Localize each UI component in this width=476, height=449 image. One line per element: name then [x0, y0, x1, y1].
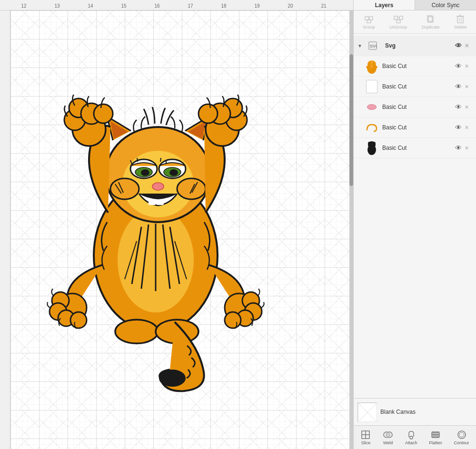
blank-canvas-label: Blank Canvas	[380, 409, 416, 415]
svg-rect-63	[457, 17, 463, 23]
delete-icon	[456, 14, 465, 24]
layer-eye-0[interactable]: 👁	[455, 62, 465, 70]
attach-icon	[406, 429, 416, 440]
panel-toolbar: Group UnGroup	[354, 10, 476, 34]
svg-point-75	[373, 66, 377, 68]
duplicate-icon	[426, 14, 436, 24]
layer-eye-1[interactable]: 👁	[455, 83, 465, 90]
ruler-mark-15: 15	[121, 3, 126, 9]
svg-root-eye[interactable]: 👁	[455, 42, 465, 49]
group-button[interactable]: Group	[360, 13, 377, 30]
tree-item-4[interactable]: Basic Cut 👁 ✕	[354, 138, 476, 158]
svg-rect-91	[432, 435, 439, 437]
svg-line-25	[160, 158, 161, 162]
contour-button[interactable]: Contour	[453, 429, 471, 446]
layer-eye-3[interactable]: 👁	[455, 124, 465, 131]
svg-point-89	[410, 436, 413, 439]
app-container: 12 13 14 15 16 17 18 19 20 21	[0, 0, 476, 449]
layer-close-3[interactable]: ✕	[465, 125, 472, 131]
scrollbar-vertical[interactable]	[349, 10, 353, 449]
svg-rect-55	[369, 17, 373, 20]
tab-layers[interactable]: Layers	[354, 0, 415, 10]
svg-rect-90	[432, 433, 439, 434]
svg-rect-57	[394, 16, 397, 20]
layers-tree: ▼ SVG Svg 👁 ✕	[354, 34, 476, 398]
svg-line-24	[137, 158, 138, 162]
attach-button[interactable]: Attach	[404, 429, 419, 446]
layer-close-1[interactable]: ✕	[465, 84, 472, 90]
svg-rect-58	[399, 16, 403, 20]
svg-point-94	[458, 431, 466, 439]
ruler-mark-19: 19	[254, 3, 259, 9]
contour-icon	[456, 429, 467, 440]
ruler-left	[0, 10, 10, 449]
garfield-image[interactable]	[37, 37, 275, 393]
ruler-mark-14: 14	[88, 3, 93, 9]
layer-eye-4[interactable]: 👁	[455, 144, 465, 152]
tree-item-3[interactable]: Basic Cut 👁 ✕	[354, 117, 476, 138]
tree-item-svg-root[interactable]: ▼ SVG Svg 👁 ✕	[354, 36, 476, 56]
ruler-mark-21: 21	[321, 3, 326, 9]
svg-rect-29	[157, 199, 164, 205]
ungroup-icon	[394, 14, 403, 24]
svg-text:SVG: SVG	[370, 44, 377, 49]
svg-point-11	[110, 178, 139, 199]
ruler-mark-13: 13	[54, 3, 60, 9]
tree-item-1[interactable]: Basic Cut 👁 ✕	[354, 77, 476, 97]
flatten-icon	[430, 429, 441, 440]
layer-close-4[interactable]: ✕	[465, 145, 472, 151]
svg-root-thumb: SVG	[365, 38, 380, 53]
layer-thumb-0	[364, 59, 379, 74]
layer-thumb-3	[364, 120, 379, 135]
layer-eye-2[interactable]: 👁	[455, 103, 465, 111]
layer-close-2[interactable]: ✕	[465, 104, 472, 110]
layer-thumb-2	[364, 99, 379, 115]
ruler-mark-17: 17	[188, 3, 193, 9]
flatten-button[interactable]: Flatten	[427, 429, 444, 446]
group-icon	[364, 14, 374, 24]
svg-rect-56	[367, 20, 371, 23]
canvas-area: 12 13 14 15 16 17 18 19 20 21	[0, 0, 353, 449]
tree-arrow-icon: ▼	[357, 43, 364, 49]
layer-thumb-4	[364, 140, 379, 156]
tree-item-2[interactable]: Basic Cut 👁 ✕	[354, 97, 476, 117]
svg-root-close[interactable]: ✕	[465, 43, 472, 49]
svg-rect-59	[397, 20, 400, 23]
slice-button[interactable]: Slice	[359, 429, 372, 446]
blank-canvas-section: Blank Canvas	[354, 398, 476, 425]
svg-point-80	[373, 142, 376, 146]
svg-rect-28	[149, 199, 156, 205]
svg-point-79	[368, 142, 371, 146]
delete-button[interactable]: Delete	[451, 13, 469, 30]
scrollbar-thumb[interactable]	[349, 54, 353, 186]
canvas-grid[interactable]	[10, 10, 353, 449]
svg-point-50	[115, 320, 158, 343]
ungroup-button[interactable]: UnGroup	[387, 13, 410, 30]
blank-canvas-thumb	[357, 402, 377, 421]
ruler-top: 12 13 14 15 16 17 18 19 20 21	[0, 0, 353, 10]
svg-point-27	[152, 183, 164, 190]
ruler-mark-12: 12	[21, 3, 26, 9]
weld-icon	[383, 429, 393, 440]
ruler-mark-20: 20	[288, 3, 293, 9]
svg-point-95	[459, 432, 464, 437]
panel-tabs: Layers Color Sync	[354, 0, 476, 10]
bottom-toolbar: Slice Weld	[354, 425, 476, 449]
tree-item-0[interactable]: Basic Cut 👁 ✕	[354, 56, 476, 77]
layer-thumb-1	[364, 79, 379, 94]
duplicate-button[interactable]: Duplicate	[419, 13, 443, 30]
svg-point-12	[177, 178, 206, 199]
svg-point-22	[169, 169, 178, 176]
ruler-mark-18: 18	[221, 3, 226, 9]
layer-close-0[interactable]: ✕	[465, 63, 472, 69]
ruler-mark-16: 16	[154, 3, 159, 9]
svg-point-74	[366, 66, 371, 68]
tab-color-sync[interactable]: Color Sync	[415, 0, 476, 10]
right-panel: Layers Color Sync Group	[353, 0, 476, 449]
svg-rect-54	[365, 17, 368, 20]
weld-button[interactable]: Weld	[381, 429, 395, 446]
slice-icon	[360, 429, 371, 440]
svg-point-21	[141, 169, 149, 176]
